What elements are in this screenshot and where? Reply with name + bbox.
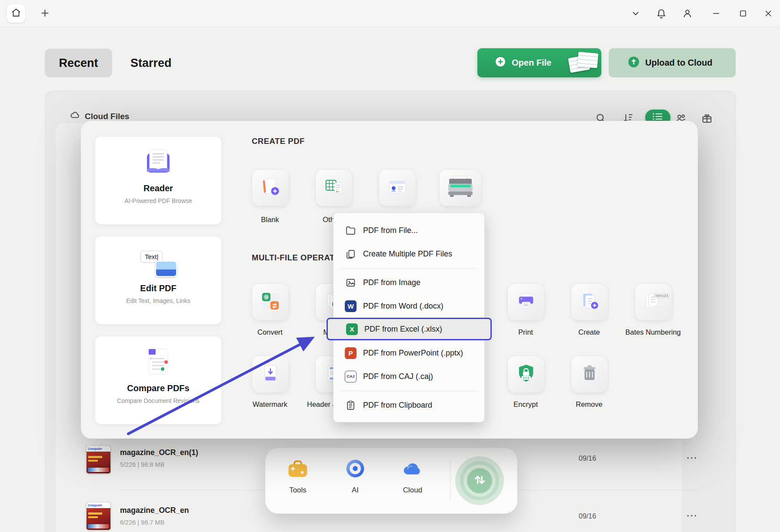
file-name[interactable]: magazine_OCR_en (120, 506, 189, 515)
create-pdf-header: CREATE PDF (252, 136, 305, 146)
file-more-button[interactable]: ⋯ (686, 453, 698, 462)
file-date: 09/16 (579, 455, 596, 462)
menu-item-pdf-from-word[interactable]: W PDF from Word (.docx) (333, 294, 484, 318)
tile-id-card[interactable] (379, 169, 416, 206)
open-file-button[interactable]: Open File (477, 48, 601, 77)
minimize-button[interactable] (710, 7, 723, 20)
file-thumbnail[interactable]: Computer (87, 502, 110, 530)
printer-icon (516, 291, 536, 313)
file-thumbnail[interactable]: Computer (87, 446, 110, 473)
menu-item-label: PDF from File... (363, 226, 418, 235)
compare-pdfs-card-subtitle: Compare Document Revisions (117, 397, 200, 404)
menu-item-pdf-from-image[interactable]: PDF from Image (333, 271, 484, 294)
new-tab-button[interactable]: + (41, 4, 49, 22)
reader-card[interactable]: Reader AI-Powered PDF Browse (95, 136, 222, 225)
excel-badge-icon: X (346, 323, 358, 335)
tile-scanner[interactable] (439, 169, 482, 206)
tools-icon (286, 458, 310, 482)
tile-label-bates-numbering: Bates Numbering (617, 328, 689, 336)
dock-divider (450, 460, 450, 501)
menu-item-pdf-from-clipboard[interactable]: PDF from Clipboard (333, 393, 484, 417)
quick-convert-button[interactable] (455, 456, 504, 505)
compare-pdfs-card-title: Compare PDFs (127, 383, 189, 393)
tile-print[interactable] (507, 283, 545, 321)
image-icon (345, 277, 357, 289)
file-meta: 6/226 | 98.7 MB (120, 519, 164, 526)
close-button[interactable] (762, 7, 775, 20)
dock-tools-button[interactable]: Tools (274, 458, 322, 495)
menu-item-label: PDF from Image (363, 278, 420, 287)
menu-divider (340, 391, 477, 391)
tile-label-encrypt: Encrypt (500, 400, 552, 409)
word-badge-icon: W (345, 300, 357, 312)
edit-pdf-icon: Text| (139, 242, 178, 283)
dock-cloud-label: Cloud (403, 486, 422, 495)
menu-item-pdf-from-excel[interactable]: X PDF from Excel (.xlsx) (327, 318, 492, 340)
caj-badge-icon: CAJ (345, 371, 357, 382)
upload-to-cloud-button[interactable]: Upload to Cloud (609, 48, 736, 77)
gift-icon[interactable] (700, 111, 714, 125)
edit-pdf-card-subtitle: Edit Text, Images, Links (126, 297, 190, 304)
tab-recent-label: Recent (59, 57, 98, 70)
tile-remove[interactable] (571, 356, 608, 393)
tile-label-print: Print (500, 328, 552, 336)
compare-pdfs-card[interactable]: Compare PDFs Compare Document Revisions (95, 336, 222, 425)
menu-item-pdf-from-powerpoint[interactable]: P PDF from PowerPoint (.pptx) (333, 341, 484, 365)
tile-label-create: Create (563, 328, 615, 336)
tab-recent[interactable]: Recent (45, 49, 112, 77)
ai-icon (344, 458, 367, 482)
tile-bates-numbering[interactable]: 000123 (635, 283, 672, 321)
tile-label-watermark: Watermark (244, 400, 296, 409)
tile-watermark[interactable] (252, 356, 289, 393)
dock-ai-button[interactable]: AI (331, 458, 379, 495)
id-card-icon (387, 177, 407, 199)
file-more-button[interactable]: ⋯ (686, 511, 698, 520)
cloud-icon (70, 110, 81, 123)
cloud-files-label: Cloud Files (85, 112, 129, 121)
title-bar: + (0, 0, 780, 27)
menu-item-label: Create Multiple PDF Files (363, 249, 452, 259)
create-pdf-context-menu: PDF from File... Create Multiple PDF Fil… (333, 213, 485, 422)
file-meta: 5/226 | 98.8 MB (120, 461, 164, 468)
plus-circle-icon (495, 56, 506, 70)
open-file-label: Open File (512, 58, 551, 68)
user-account-icon[interactable] (681, 7, 694, 20)
file-date: 09/16 (579, 512, 596, 520)
others-formats-icon (324, 177, 344, 199)
menu-divider (340, 268, 477, 269)
encrypt-shield-icon (516, 363, 536, 385)
magazine-cover (87, 452, 110, 473)
home-tab-button[interactable] (7, 4, 25, 23)
scanner-icon (446, 175, 475, 200)
tile-blank[interactable] (252, 169, 289, 206)
edit-pdf-card[interactable]: Text| Edit PDF Edit Text, Images, Links (95, 236, 222, 325)
tile-create[interactable] (571, 283, 608, 321)
notifications-bell-icon[interactable] (655, 7, 668, 20)
maximize-button[interactable] (737, 7, 750, 20)
reader-card-subtitle: AI-Powered PDF Browse (124, 197, 192, 204)
menu-item-pdf-from-caj[interactable]: CAJ PDF from CAJ (.caj) (333, 365, 484, 388)
dock-cloud-button[interactable]: Cloud (389, 458, 437, 495)
menu-item-create-multiple-pdf-files[interactable]: Create Multiple PDF Files (333, 242, 484, 266)
tab-starred-label: Starred (130, 57, 172, 70)
menu-item-pdf-from-file[interactable]: PDF from File... (333, 219, 484, 242)
chevron-down-icon[interactable] (629, 7, 642, 20)
edit-pdf-card-title: Edit PDF (140, 283, 176, 293)
dock-ai-label: AI (352, 486, 359, 495)
compare-pdfs-icon (141, 342, 176, 383)
menu-item-label: PDF from PowerPoint (.pptx) (363, 349, 463, 358)
folder-icon (345, 225, 357, 236)
file-name[interactable]: magazine_OCR_en(1) (120, 448, 198, 457)
upload-to-cloud-label: Upload to Cloud (645, 58, 712, 68)
tile-others[interactable] (315, 169, 353, 206)
cloud-dock-icon (401, 458, 424, 482)
tab-starred[interactable]: Starred (130, 49, 172, 77)
image-sample (155, 261, 177, 277)
upload-arrow-icon (628, 56, 640, 70)
tile-encrypt[interactable] (507, 356, 545, 393)
quick-dock: Tools AI Cloud (265, 448, 517, 514)
create-pages-icon (580, 291, 600, 313)
magazine-masthead: Computer (87, 502, 110, 508)
tile-convert[interactable] (252, 283, 289, 321)
tile-label-convert: Convert (244, 328, 296, 336)
